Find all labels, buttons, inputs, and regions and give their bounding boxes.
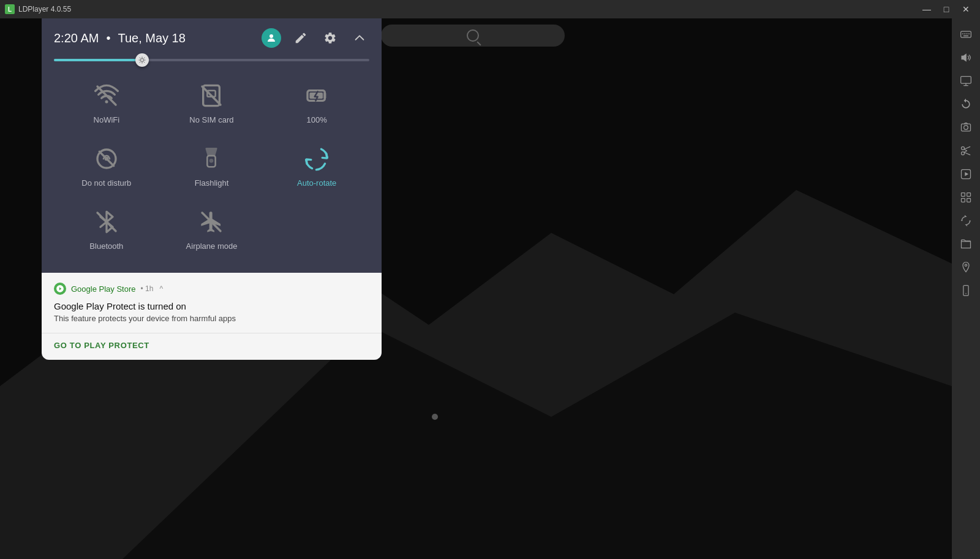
notif-header: Google Play Store • 1h ^: [54, 283, 369, 295]
tile-bluetooth[interactable]: Bluetooth: [54, 197, 159, 260]
svg-point-28: [432, 414, 438, 420]
panel-time: 2:20 AM: [54, 31, 99, 45]
sidebar-screen-icon[interactable]: [955, 70, 977, 92]
sidebar-keyboard-icon[interactable]: [955, 23, 977, 45]
sidebar-capture-icon[interactable]: [955, 116, 977, 139]
svg-line-35: [140, 58, 140, 58]
titlebar: L LDPlayer 4.0.55 — □ ✕: [0, 0, 980, 18]
tile-battery[interactable]: 100%: [264, 71, 369, 134]
sidebar-rotate-icon[interactable]: [955, 93, 977, 115]
svg-point-22: [965, 264, 967, 266]
emulator-area: 2:20 AM • Tue, May 18: [0, 18, 952, 559]
settings-button[interactable]: [320, 28, 340, 48]
tile-airplane[interactable]: Airplane mode: [159, 197, 265, 260]
avatar-button[interactable]: [262, 28, 281, 48]
sidebar-location-icon[interactable]: [955, 256, 977, 278]
svg-line-43: [202, 86, 221, 105]
svg-point-39: [105, 101, 108, 104]
svg-rect-19: [967, 193, 971, 197]
panel-separator: •: [106, 31, 110, 45]
flashlight-label: Flashlight: [195, 178, 229, 188]
sidebar-scissors-icon[interactable]: [955, 140, 977, 162]
battery-label: 100%: [307, 115, 327, 124]
svg-rect-7: [961, 77, 971, 84]
svg-point-50: [209, 159, 214, 163]
sidebar-folder-icon[interactable]: [955, 233, 977, 255]
brightness-track[interactable]: [54, 59, 369, 61]
svg-rect-8: [962, 124, 971, 131]
svg-rect-18: [962, 193, 965, 197]
notif-body: This feature protects your device from h…: [54, 314, 369, 323]
svg-rect-3: [967, 33, 968, 34]
notif-app-icon: [54, 283, 66, 295]
notif-time: • 1h: [141, 284, 154, 293]
bluetooth-icon: [92, 207, 121, 237]
svg-rect-1: [962, 33, 963, 34]
wifi-label: NoWiFi: [94, 115, 120, 124]
notif-title: Google Play Protect is turned on: [54, 301, 369, 311]
svg-line-14: [964, 150, 967, 151]
sidebar-phone-icon[interactable]: [955, 280, 977, 302]
sidebar-grid-icon[interactable]: [955, 186, 977, 208]
svg-rect-21: [967, 199, 971, 202]
tiles-grid: NoWiFi No SIM card: [42, 71, 382, 273]
battery-icon: [302, 81, 331, 110]
sim-icon: [197, 81, 226, 110]
brightness-row: [42, 54, 382, 71]
sidebar-sync-icon[interactable]: [955, 210, 977, 232]
sidebar-volume-icon[interactable]: [955, 47, 977, 69]
app-icon-text: L: [8, 6, 12, 13]
collapse-button[interactable]: [350, 28, 369, 48]
flashlight-icon: [197, 144, 226, 173]
autorotate-icon: [302, 144, 331, 173]
svg-rect-20: [962, 199, 965, 202]
notif-app-name: Google Play Store: [71, 284, 136, 294]
app-icon: L: [5, 4, 15, 14]
brightness-thumb[interactable]: [135, 53, 149, 67]
airplane-icon: [197, 207, 226, 237]
sidebar-play-icon[interactable]: [955, 163, 977, 185]
tile-sim[interactable]: No SIM card: [159, 71, 265, 134]
notification-card: Google Play Store • 1h ^ Google Play Pro…: [42, 273, 382, 360]
bluetooth-label: Bluetooth: [89, 241, 123, 251]
search-icon: [467, 29, 479, 42]
panel-header-icons: [262, 28, 369, 48]
maximize-button[interactable]: □: [937, 0, 956, 18]
tile-rotate[interactable]: Auto-rotate: [264, 134, 369, 197]
notif-divider: [42, 333, 382, 333]
svg-marker-6: [962, 53, 967, 61]
svg-line-13: [964, 153, 970, 155]
svg-line-36: [144, 62, 145, 63]
tile-dnd[interactable]: Do not disturb: [54, 134, 159, 197]
svg-point-24: [965, 293, 967, 294]
notif-action-button[interactable]: GO TO PLAY PROTECT: [54, 341, 369, 350]
svg-point-30: [141, 59, 144, 62]
tile-wifi[interactable]: NoWiFi: [54, 71, 159, 134]
svg-point-48: [104, 157, 108, 161]
window-title: LDPlayer 4.0.55: [18, 5, 71, 13]
close-button[interactable]: ✕: [957, 0, 975, 18]
wifi-icon: [92, 81, 121, 110]
right-sidebar: [952, 18, 980, 559]
search-bar[interactable]: [381, 25, 565, 47]
airplane-label: Airplane mode: [186, 241, 238, 251]
svg-line-38: [140, 62, 140, 63]
window-controls: — □ ✕: [918, 0, 975, 18]
minimize-button[interactable]: —: [918, 0, 936, 18]
svg-rect-23: [963, 286, 968, 296]
svg-line-37: [144, 58, 145, 58]
notif-expand-icon[interactable]: ^: [159, 284, 163, 293]
dnd-label: Do not disturb: [81, 178, 131, 188]
tile-flashlight[interactable]: Flashlight: [159, 134, 265, 197]
svg-rect-4: [968, 33, 970, 34]
dnd-icon: [92, 144, 121, 173]
rotate-label: Auto-rotate: [297, 178, 336, 188]
panel-header: 2:20 AM • Tue, May 18: [42, 18, 382, 54]
svg-marker-17: [965, 172, 968, 177]
svg-rect-0: [961, 31, 971, 37]
svg-rect-2: [965, 33, 966, 34]
svg-point-9: [964, 126, 968, 130]
panel-date: Tue, May 18: [118, 31, 185, 45]
edit-button[interactable]: [291, 28, 311, 48]
notification-panel: 2:20 AM • Tue, May 18: [42, 18, 382, 360]
